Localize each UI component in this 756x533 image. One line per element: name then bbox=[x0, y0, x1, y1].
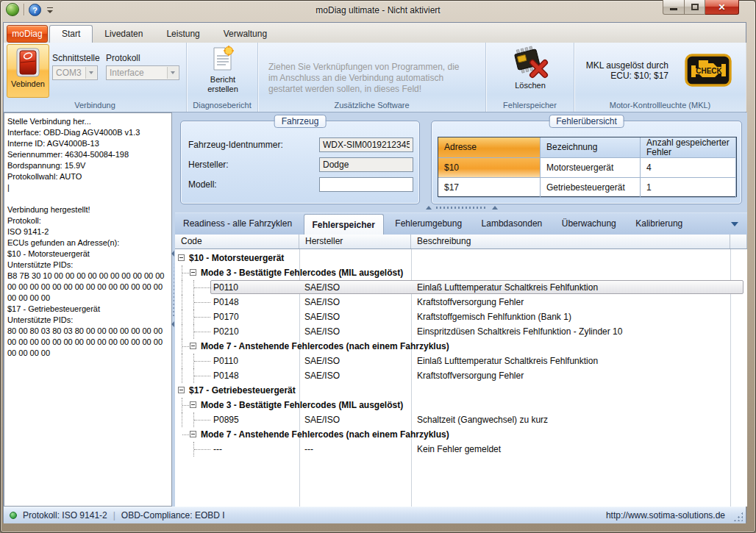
column-header-code[interactable]: Code bbox=[175, 235, 299, 248]
horizontal-splitter[interactable] bbox=[410, 205, 513, 210]
dtc-column-header: Code Hersteller Beschreibung bbox=[175, 235, 747, 249]
dtc-beschreibung: Kein Fehler gemeldet bbox=[411, 444, 730, 454]
ribbon-tab-verwaltung[interactable]: Verwaltung bbox=[212, 25, 279, 43]
cell-adresse: $10 bbox=[438, 158, 541, 178]
dtc-code: P0210 bbox=[175, 326, 239, 337]
status-protokoll: Protokoll: ISO 9141-2 bbox=[23, 510, 107, 521]
schnittstelle-combobox[interactable]: COM3 bbox=[52, 65, 98, 80]
verbinden-label: Vebinden bbox=[11, 79, 45, 88]
column-header-bezeichnung[interactable]: Bezeichnung bbox=[541, 137, 641, 158]
dtc-row[interactable]: Mode 7 - Anstehende Fehlercodes (nach ei… bbox=[175, 427, 747, 442]
software-drop-hint[interactable]: Ziehen Sie Verknüpfungen von Programmen,… bbox=[268, 62, 479, 95]
ribbon-tab-leistung[interactable]: Leistung bbox=[154, 25, 211, 43]
column-header-beschreibung[interactable]: Beschreibung bbox=[411, 235, 730, 248]
loeschen-button[interactable]: Löschen bbox=[508, 44, 552, 100]
check-engine-icon: CHECK bbox=[685, 54, 732, 87]
ribbon-tab-livedaten[interactable]: Livedaten bbox=[93, 25, 154, 43]
dtc-row[interactable]: ------Kein Fehler gemeldet bbox=[175, 442, 747, 457]
column-header-adresse[interactable]: Adresse bbox=[438, 137, 541, 158]
dtc-code: P0148 bbox=[175, 371, 239, 381]
dtc-hersteller: SAE/ISO bbox=[299, 356, 411, 366]
chip-delete-icon bbox=[510, 44, 551, 79]
dtc-row[interactable]: P0170SAE/ISOKraftstoffgemisch Fehlfunkti… bbox=[175, 310, 747, 324]
tree-expander-icon[interactable] bbox=[190, 343, 196, 349]
tree-expander-icon[interactable] bbox=[178, 254, 185, 261]
dtc-hersteller: SAE/ISO bbox=[299, 312, 411, 322]
protokoll-value: Interface bbox=[110, 68, 144, 78]
resize-grip[interactable] bbox=[733, 512, 743, 521]
table-row[interactable]: $17 Getriebesteuergerät 1 bbox=[438, 178, 736, 198]
modiag-window: ? moDiag ultimate - Nicht aktiviert ✕ mo… bbox=[0, 0, 756, 533]
mkl-status-text: MKL ausgelöst durch ECU: $10; $17 bbox=[580, 60, 668, 81]
dtc-hersteller: SAE/ISO bbox=[299, 282, 411, 293]
fahrzeug-groupbox: Fahrzeug Fahrzeug-Identnummer: Herstelle… bbox=[180, 121, 420, 204]
dtc-row[interactable]: $17 - Getriebesteuergerät bbox=[175, 383, 747, 398]
dtc-row[interactable]: P0895SAE/ISOSchaltzeit (Gangwechsel) zu … bbox=[175, 412, 747, 427]
tab-fehlerspeicher[interactable]: Fehlerspeicher bbox=[304, 214, 384, 235]
tree-expander-icon[interactable] bbox=[178, 387, 185, 393]
group-label-software: Zusätzliche Software bbox=[258, 101, 485, 110]
loeschen-label: Löschen bbox=[515, 81, 546, 90]
dtc-row[interactable]: Mode 7 - Anstehende Fehlercodes (nach ei… bbox=[175, 339, 747, 354]
tree-expander-icon[interactable] bbox=[190, 401, 196, 408]
protokoll-combobox[interactable]: Interface bbox=[106, 65, 179, 80]
vendor-url[interactable]: http://www.sotima-solutions.de bbox=[606, 510, 725, 521]
connection-log-panel[interactable]: Stelle Verbindung her... Interface: OBD-… bbox=[4, 112, 172, 507]
svg-text:CHECK: CHECK bbox=[696, 67, 722, 75]
dtc-beschreibung: Einlaß Lufttemperatur Schaltkreis Fehlfu… bbox=[411, 282, 730, 293]
dtc-row[interactable]: P0110SAE/ISOEinlaß Lufttemperatur Schalt… bbox=[175, 280, 747, 295]
fahrzeug-caption: Fahrzeug bbox=[274, 115, 327, 128]
column-header-anzahl[interactable]: Anzahl gespeicherter Fehler bbox=[641, 137, 736, 158]
dtc-row[interactable]: P0210SAE/ISOEinspritzdüsen Schaltkreis F… bbox=[175, 324, 747, 339]
collapse-up-icon bbox=[426, 206, 432, 210]
ribbon-group-software: Ziehen Sie Verknüpfungen von Programmen,… bbox=[258, 43, 486, 112]
dtc-row[interactable]: Mode 3 - Bestätigte Fehlercodes (MIL aus… bbox=[175, 265, 747, 280]
dtc-code: --- bbox=[175, 444, 222, 454]
report-document-icon bbox=[211, 46, 235, 72]
modell-field[interactable] bbox=[319, 177, 413, 192]
dtc-row[interactable]: P0148SAE/ISOKraftstoffversorgung Fehler bbox=[175, 295, 747, 310]
maximize-button[interactable] bbox=[685, 0, 705, 15]
group-label-mkl: Motor-Kontrollleuchte (MKL) bbox=[574, 101, 746, 110]
tab-readiness[interactable]: Readiness - alle Fahrzyklen bbox=[175, 213, 300, 235]
mkl-line1: MKL ausgelöst durch bbox=[580, 60, 668, 71]
hersteller-field[interactable] bbox=[319, 157, 413, 172]
verbinden-button[interactable]: Vebinden bbox=[7, 44, 49, 98]
dtc-tree: $10 - MotorsteuergerätMode 3 - Bestätigt… bbox=[175, 249, 747, 507]
chevron-down-icon bbox=[85, 67, 96, 79]
close-icon: ✕ bbox=[718, 2, 725, 12]
dtc-row[interactable]: P0110SAE/ISOEinlaß Lufttemperatur Schalt… bbox=[175, 354, 747, 368]
fehleruebersicht-caption: Fehlerübersicht bbox=[549, 115, 624, 128]
dtc-beschreibung: Kraftstoffgemisch Fehlfunktion (Bank 1) bbox=[411, 312, 730, 322]
dtc-code: Mode 3 - Bestätigte Fehlercodes (MIL aus… bbox=[175, 400, 403, 410]
cell-anzahl: 1 bbox=[641, 178, 736, 198]
dtc-code: $10 - Motorsteuergerät bbox=[175, 253, 284, 263]
dtc-row[interactable]: $10 - Motorsteuergerät bbox=[175, 251, 747, 265]
maximize-icon bbox=[691, 4, 699, 10]
main-area: Stelle Verbindung her... Interface: OBD-… bbox=[4, 112, 746, 507]
fehleruebersicht-header: Adresse Bezeichnung Anzahl gespeicherter… bbox=[438, 137, 736, 158]
vin-field[interactable] bbox=[319, 137, 413, 152]
tab-fehlerumgebung[interactable]: Fehlerumgebung bbox=[387, 213, 470, 235]
tree-expander-icon[interactable] bbox=[190, 431, 196, 437]
app-menu-button[interactable]: moDiag bbox=[7, 25, 48, 43]
table-row[interactable]: $10 Motorsteuergerät 4 bbox=[438, 158, 736, 178]
tab-ueberwachung[interactable]: Überwachung bbox=[554, 213, 624, 235]
dtc-row[interactable]: P0148SAE/ISOKraftstoffversorgung Fehler bbox=[175, 368, 747, 383]
dtc-row[interactable]: Mode 3 - Bestätigte Fehlercodes (MIL aus… bbox=[175, 398, 747, 412]
tab-kalibrierung[interactable]: Kalibrierung bbox=[627, 213, 691, 235]
minimize-button[interactable] bbox=[663, 0, 685, 15]
close-button[interactable]: ✕ bbox=[705, 0, 739, 15]
status-separator: | bbox=[113, 510, 115, 521]
tab-list-dropdown-icon[interactable] bbox=[731, 222, 738, 226]
dtc-hersteller: SAE/ISO bbox=[299, 415, 411, 425]
window-title: moDiag ultimate - Nicht aktiviert bbox=[0, 5, 756, 15]
connection-log-text: Stelle Verbindung her... Interface: OBD-… bbox=[4, 113, 171, 362]
titlebar: ? moDiag ultimate - Nicht aktiviert ✕ bbox=[0, 0, 756, 22]
tree-expander-icon[interactable] bbox=[190, 269, 196, 276]
ribbon-tab-start[interactable]: Start bbox=[49, 25, 93, 43]
dtc-code: P0148 bbox=[175, 297, 239, 307]
tab-lambdasonden[interactable]: Lambdasonden bbox=[474, 213, 551, 235]
column-header-hersteller[interactable]: Hersteller bbox=[299, 235, 411, 248]
bericht-erstellen-button[interactable]: Bericht erstellen bbox=[204, 46, 242, 100]
